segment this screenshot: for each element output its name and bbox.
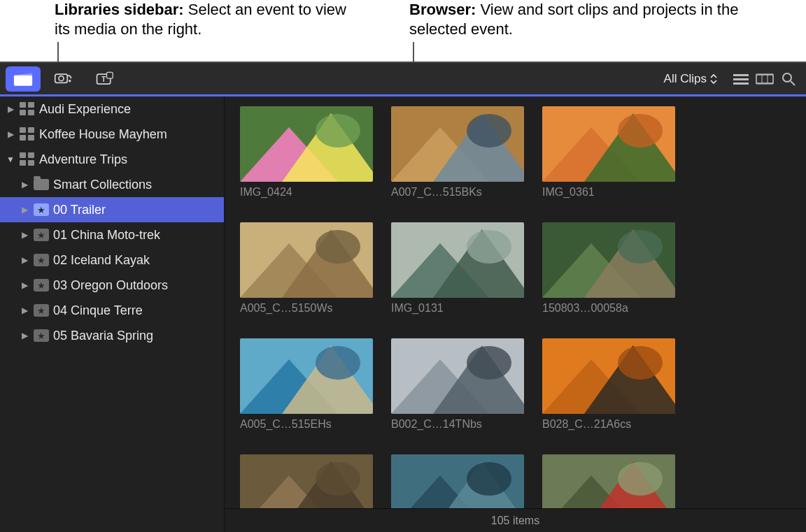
disclosure-triangle-icon[interactable]: ▶ (20, 280, 29, 290)
event-row[interactable]: ▶★05 Bavaria Spring (0, 323, 224, 348)
clip-thumbnail (240, 222, 373, 298)
svg-rect-9 (733, 82, 749, 85)
event-row[interactable]: ▶★00 Trailer (0, 197, 224, 222)
clip-name: A005_C…515EHs (240, 418, 373, 431)
svg-point-60 (467, 346, 511, 380)
svg-point-68 (316, 462, 360, 496)
library-icon (20, 152, 35, 166)
clip-item[interactable]: A005_C…5150Ws (240, 222, 373, 315)
disclosure-triangle-icon[interactable]: ▶ (20, 180, 29, 189)
libraries-tab-button[interactable] (6, 66, 41, 92)
library-row[interactable]: ▼Adventure Trips (0, 147, 224, 172)
event-name: 01 China Moto-trek (53, 228, 160, 243)
clip-name: IMG_0131 (391, 302, 524, 315)
annotation-area: Libraries sidebar: Select an event to vi… (0, 0, 806, 62)
event-star-icon: ★ (34, 303, 49, 317)
svg-rect-23 (20, 135, 26, 141)
disclosure-triangle-icon[interactable]: ▶ (20, 205, 29, 215)
svg-rect-18 (28, 102, 34, 108)
disclosure-triangle-icon[interactable]: ▶ (20, 305, 29, 315)
svg-point-2 (59, 76, 64, 80)
svg-point-56 (316, 346, 360, 380)
event-name: 04 Cinque Terre (53, 303, 143, 318)
titles-generators-tab-button[interactable]: T (87, 66, 122, 92)
svg-point-36 (467, 114, 511, 148)
svg-text:T: T (101, 75, 106, 83)
clip-filter-dropdown[interactable]: All Clips (663, 69, 719, 89)
svg-point-32 (316, 114, 360, 148)
clip-item[interactable]: A005_C…515EHs (240, 338, 373, 431)
disclosure-triangle-icon[interactable]: ▼ (6, 154, 15, 164)
event-row[interactable]: ▶★04 Cinque Terre (0, 298, 224, 323)
annotation-browser: Browser: View and sort clips and project… (409, 0, 787, 39)
filmstrip-view-button[interactable] (753, 67, 777, 91)
svg-rect-6 (107, 72, 113, 78)
clip-thumbnail (240, 106, 373, 182)
clip-thumbnail (542, 222, 675, 298)
disclosure-triangle-icon[interactable]: ▶ (6, 104, 15, 114)
clip-item[interactable]: IMG_0131 (391, 222, 524, 315)
library-name: Koffee House Mayhem (39, 127, 167, 142)
clip-name: 150803…00058a (542, 302, 675, 315)
event-star-icon: ★ (34, 329, 49, 343)
clapperboard-star-icon (13, 71, 33, 87)
event-name: Smart Collections (53, 178, 152, 192)
browser-pane: IMG_0424A007_C…515BKsIMG_0361A005_C…5150… (224, 96, 806, 532)
disclosure-triangle-icon[interactable]: ▶ (20, 255, 29, 265)
event-row[interactable]: ▶★03 Oregon Outdoors (0, 273, 224, 298)
clip-item[interactable]: IMG_0361 (542, 106, 675, 199)
clip-name: A007_C…515BKs (391, 186, 524, 199)
list-view-icon (733, 73, 749, 85)
disclosure-triangle-icon[interactable]: ▶ (20, 331, 29, 340)
svg-point-15 (783, 73, 791, 82)
clip-thumbnail (542, 106, 675, 182)
event-name: 05 Bavaria Spring (53, 329, 153, 343)
clip-item[interactable] (240, 454, 373, 508)
disclosure-triangle-icon[interactable]: ▶ (20, 230, 29, 240)
event-row[interactable]: ▶Smart Collections (0, 172, 224, 197)
svg-rect-27 (20, 160, 26, 166)
clip-item[interactable]: IMG_0424 (240, 106, 373, 199)
svg-point-76 (618, 462, 663, 496)
disclosure-triangle-icon[interactable]: ▶ (6, 129, 15, 139)
event-name: 03 Oregon Outdoors (53, 278, 168, 293)
svg-rect-17 (20, 102, 26, 108)
clip-name: B002_C…14TNbs (391, 418, 524, 431)
clip-item[interactable]: B002_C…14TNbs (391, 338, 524, 431)
clip-thumbnail (542, 454, 675, 508)
list-view-button[interactable] (729, 67, 753, 91)
event-name: 02 Iceland Kayak (53, 253, 150, 268)
svg-rect-20 (28, 110, 34, 115)
svg-rect-10 (756, 75, 773, 83)
library-row[interactable]: ▶Audi Experience (0, 96, 224, 122)
clip-item[interactable]: A007_C…515BKs (391, 106, 524, 199)
library-name: Adventure Trips (39, 152, 127, 167)
svg-rect-25 (20, 152, 26, 158)
library-name: Audi Experience (39, 102, 131, 117)
clip-filter-label: All Clips (664, 72, 707, 86)
clip-grid[interactable]: IMG_0424A007_C…515BKsIMG_0361A005_C…5150… (225, 96, 806, 508)
event-name: 00 Trailer (53, 203, 106, 217)
svg-rect-28 (28, 160, 34, 166)
search-button[interactable] (777, 67, 800, 91)
svg-point-64 (618, 346, 663, 380)
filmstrip-icon (756, 73, 774, 85)
svg-rect-22 (28, 127, 34, 133)
clip-thumbnail (391, 338, 524, 414)
clip-item[interactable]: 150803…00058a (542, 222, 675, 315)
event-star-icon: ★ (34, 203, 49, 217)
photos-audio-tab-button[interactable] (46, 66, 81, 92)
clip-thumbnail (391, 222, 524, 298)
event-row[interactable]: ▶★02 Iceland Kayak (0, 247, 224, 273)
svg-rect-24 (28, 135, 34, 141)
libraries-sidebar[interactable]: ▶Audi Experience▶Koffee House Mayhem▼Adv… (0, 96, 224, 532)
clip-item[interactable] (542, 454, 675, 508)
library-row[interactable]: ▶Koffee House Mayhem (0, 122, 224, 147)
toolbar: T All Clips (0, 63, 806, 96)
clip-item[interactable] (391, 454, 524, 508)
clip-item[interactable]: B028_C…21A6cs (542, 338, 675, 431)
event-row[interactable]: ▶★01 China Moto-trek (0, 222, 224, 247)
clip-name: IMG_0361 (542, 186, 675, 199)
event-star-icon: ★ (34, 228, 49, 242)
app-window: T All Clips ▶Audi Experience▶Koffee Hous… (0, 62, 806, 532)
